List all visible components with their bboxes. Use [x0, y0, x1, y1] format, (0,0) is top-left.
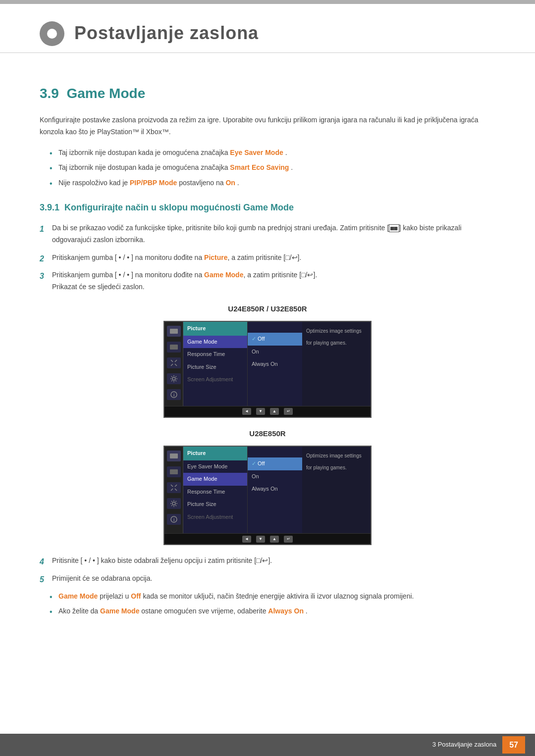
menu-header-2: Picture [183, 447, 247, 460]
steps-45: 4 Pritisnite [ • / • ] kako biste odabra… [40, 555, 495, 585]
svg-text:i: i [173, 393, 175, 398]
submenu-alwayson-2: Always On [248, 483, 302, 496]
monitor2-sidebar: i [164, 447, 183, 534]
chapter-icon [40, 21, 64, 46]
monitor1-label: U24E850R / U32E850R [228, 303, 307, 315]
monitor1-info: Optimizes image settings for playing gam… [302, 322, 371, 406]
header: Postavljanje zaslona [0, 4, 535, 53]
menu-item-response-1: Response Time [183, 348, 247, 361]
steps-list: 1 Da bi se prikazao vodič za funkcijske … [40, 222, 495, 293]
monitor1-wrapper: U24E850R / U32E850R [40, 303, 495, 418]
gear-icon-2 [170, 500, 178, 507]
monitor2-wrapper: U28E850R [40, 428, 495, 546]
monitor1-submenu: ✓ Off On Always On [248, 322, 302, 406]
submenu-off-2: ✓ Off [248, 457, 302, 470]
submenu-on-2: On [248, 470, 302, 483]
menu-header-1: Picture [183, 322, 247, 336]
page-footer: 3 Postavljanje zaslona 57 [0, 734, 535, 756]
nav-enter-2: ↵ [284, 536, 293, 543]
final-bullet-1: Game Mode prijelazi u Off kada se monito… [50, 591, 495, 602]
step-1: 1 Da bi se prikazao vodič za funkcijske … [40, 222, 495, 246]
svg-line-10 [175, 489, 177, 491]
monitor1-menu: Picture Game Mode Response Time Picture … [183, 322, 248, 406]
step-2: 2 Pritiskanjem gumba [ • / • ] na monito… [40, 252, 495, 264]
monitor2-bottom: ◄ ▼ ▲ ↵ [164, 533, 371, 544]
top-stripe [0, 0, 535, 4]
svg-line-7 [171, 485, 173, 487]
menu-item-picture-1: Picture Size [183, 361, 247, 374]
menu-item-picture-2: Picture Size [183, 498, 247, 511]
submenu-alwayson-1: Always On [248, 358, 302, 371]
intro-text: Konfigurirajte postavke zaslona proizvod… [40, 114, 495, 138]
size-icon-2 [170, 484, 178, 492]
menu-item-game-mode-2: Game Mode [183, 473, 247, 486]
main-content: 3.9 Game Mode Konfigurirajte postavke za… [0, 53, 535, 666]
bullet-item-1: Taj izbornik nije dostupan kada je omogu… [50, 147, 495, 158]
footer-page-number: 57 [502, 736, 525, 754]
menu-item-response-2: Response Time [183, 486, 247, 499]
menu-item-screen-2: Screen Adjustment [183, 511, 247, 524]
menu-item-game-mode-1: Game Mode [183, 336, 247, 349]
menu-item-eyesaver-2: Eye Saver Mode [183, 460, 247, 473]
svg-line-1 [175, 360, 177, 362]
final-bullet-list: Game Mode prijelazi u Off kada se monito… [50, 591, 495, 617]
page: Postavljanje zaslona 3.9 Game Mode Konfi… [0, 0, 535, 756]
chapter-icon-inner [47, 29, 57, 39]
monitor1-sidebar: i [164, 322, 183, 406]
monitor2-info: Optimizes image settings for playing gam… [302, 447, 371, 534]
step-3: 3 Pritiskanjem gumba [ • / • ] na monito… [40, 269, 495, 293]
nav-left-1: ◄ [242, 408, 251, 415]
nav-down-2: ▼ [256, 536, 265, 543]
page-title: Postavljanje zaslona [74, 19, 259, 48]
svg-line-0 [171, 360, 173, 362]
submenu-off-1: ✓ Off [248, 333, 302, 346]
nav-left-2: ◄ [242, 536, 251, 543]
size-icon [170, 359, 178, 367]
bullet-list: Taj izbornik nije dostupan kada je omogu… [50, 147, 495, 188]
svg-text:i: i [173, 517, 175, 522]
nav-enter-1: ↵ [284, 408, 293, 415]
svg-line-2 [171, 364, 173, 366]
bullet-item-3: Nije raspoloživo kad je PIP/PBP Mode pos… [50, 177, 495, 188]
menu-item-screen-1: Screen Adjustment [183, 373, 247, 386]
svg-line-8 [175, 485, 177, 487]
svg-point-11 [172, 502, 175, 505]
monitor1-screen: i Picture Game Mode Response Time Pictur… [163, 321, 372, 418]
submenu-on-1: On [248, 346, 302, 358]
section-title: 3.9 Game Mode [40, 83, 495, 105]
nav-up-1: ▲ [270, 408, 279, 415]
gear-icon [170, 375, 178, 383]
monitor2-label: U28E850R [249, 428, 285, 440]
nav-down-1: ▼ [256, 408, 265, 415]
monitor2-screen: i Picture Eye Saver Mode Game Mode Respo… [163, 446, 372, 546]
nav-up-2: ▲ [270, 536, 279, 543]
svg-point-4 [172, 377, 175, 380]
subsection-title: 3.9.1 Konfigurirajte način u sklopu mogu… [40, 201, 495, 215]
info-icon-2: i [170, 515, 178, 523]
svg-line-3 [175, 364, 177, 366]
step-5: 5 Primijenit će se odabrana opcija. [40, 573, 495, 585]
info-icon: i [170, 391, 178, 399]
footer-text: 3 Postavljanje zaslona [432, 740, 496, 750]
monitor2-menu: Picture Eye Saver Mode Game Mode Respons… [183, 447, 248, 534]
monitor2-submenu: ✓ Off On Always On [248, 447, 302, 534]
svg-line-9 [171, 489, 173, 491]
final-bullet-2: Ako želite da Game Mode ostane omogućen … [50, 605, 495, 616]
monitor1-bottom: ◄ ▼ ▲ ↵ [164, 406, 371, 417]
bullet-item-2: Taj izbornik nije dostupan kada je omogu… [50, 162, 495, 173]
step-4: 4 Pritisnite [ • / • ] kako biste odabra… [40, 555, 495, 567]
